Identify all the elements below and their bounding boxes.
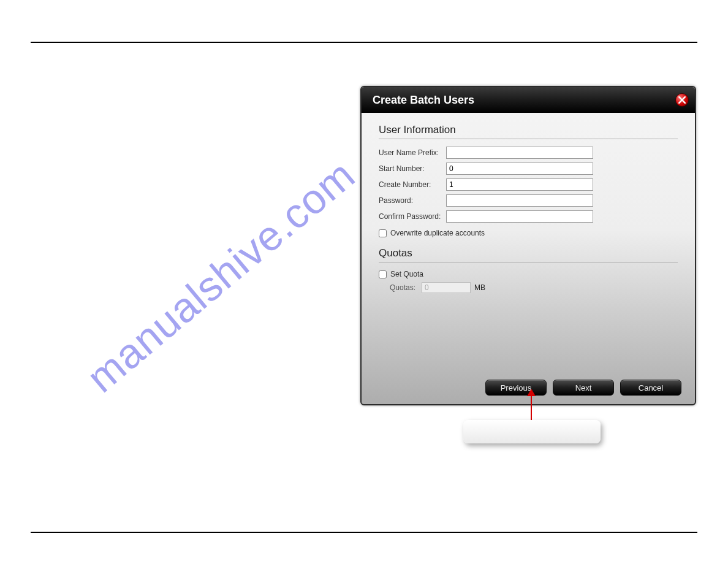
label-create-number: Create Number: xyxy=(379,180,446,189)
input-username-prefix[interactable] xyxy=(446,147,593,159)
arrow-line xyxy=(531,395,532,421)
dialog-header: Create Batch Users xyxy=(362,87,695,113)
input-confirm-password[interactable] xyxy=(446,210,593,223)
dialog-footer: Previous Next Cancel xyxy=(485,380,681,396)
row-overwrite: Overwrite duplicate accounts xyxy=(379,229,678,237)
quota-block: Quotas: MB xyxy=(390,282,678,293)
page-top-rule xyxy=(31,42,697,43)
label-overwrite: Overwrite duplicate accounts xyxy=(390,229,485,237)
divider xyxy=(379,262,678,262)
dialog-title: Create Batch Users xyxy=(373,94,474,107)
label-username-prefix: User Name Prefix: xyxy=(379,148,446,157)
annotation-callout xyxy=(463,420,601,443)
checkbox-overwrite[interactable] xyxy=(379,229,387,237)
dialog-body: User Information User Name Prefix: Start… xyxy=(362,113,695,299)
label-set-quota: Set Quota xyxy=(390,270,423,278)
divider xyxy=(379,139,678,139)
create-batch-users-dialog: Create Batch Users User Information User… xyxy=(360,86,696,405)
annotation-arrow xyxy=(527,389,536,421)
row-username-prefix: User Name Prefix: xyxy=(379,147,678,159)
user-info-heading: User Information xyxy=(379,124,678,136)
input-password[interactable] xyxy=(446,194,593,207)
next-button[interactable]: Next xyxy=(553,380,614,396)
row-create-number: Create Number: xyxy=(379,178,678,191)
input-quotas xyxy=(422,282,471,293)
page-bottom-rule xyxy=(31,532,697,533)
quotas-unit: MB xyxy=(474,283,485,292)
label-confirm-password: Confirm Password: xyxy=(379,212,446,221)
checkbox-set-quota[interactable] xyxy=(379,270,387,278)
close-button[interactable] xyxy=(675,93,689,107)
row-password: Password: xyxy=(379,194,678,207)
previous-button[interactable]: Previous xyxy=(485,380,547,396)
row-confirm-password: Confirm Password: xyxy=(379,210,678,223)
row-start-number: Start Number: xyxy=(379,163,678,175)
row-set-quota: Set Quota xyxy=(379,270,678,278)
label-quotas: Quotas: xyxy=(390,283,422,292)
watermark-text: manualshive.com xyxy=(78,150,364,402)
label-password: Password: xyxy=(379,196,446,205)
input-create-number[interactable] xyxy=(446,178,593,191)
input-start-number[interactable] xyxy=(446,163,593,175)
row-quotas-value: Quotas: MB xyxy=(390,282,678,293)
cancel-button[interactable]: Cancel xyxy=(620,380,681,396)
close-icon xyxy=(678,96,686,104)
label-start-number: Start Number: xyxy=(379,164,446,173)
quotas-heading: Quotas xyxy=(379,247,678,259)
